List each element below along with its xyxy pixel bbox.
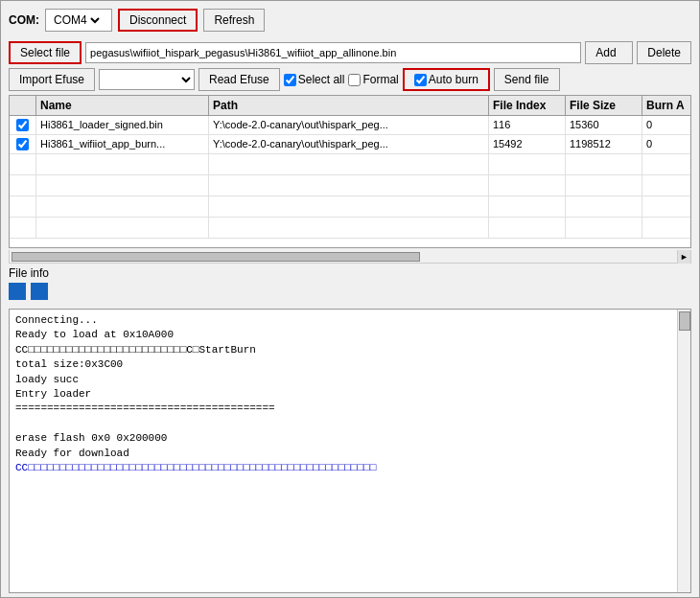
log-line: erase flash 0x0 0x200000 <box>15 431 685 446</box>
table-body: Hi3861_loader_signed.bin Y:\code-2.0-can… <box>10 116 690 247</box>
row2-check[interactable] <box>10 135 36 153</box>
disconnect-button[interactable]: Disconnect <box>118 9 198 32</box>
options-row: Import Efuse Read Efuse Select all Forma… <box>1 66 699 93</box>
empty-row <box>10 154 690 175</box>
file-table: Name Path File Index File Size Burn A Hi… <box>9 95 691 248</box>
row2-index: 15492 <box>489 135 566 153</box>
empty-row <box>10 196 690 218</box>
empty-row <box>10 218 690 239</box>
formal-label[interactable]: Formal <box>348 73 398 86</box>
row1-path: Y:\code-2.0-canary\out\hispark_peg... <box>209 116 489 134</box>
file-info-blocks <box>1 283 699 307</box>
blue-block-1 <box>9 283 26 300</box>
row2-name: Hi3861_wifiiot_app_burn... <box>36 135 209 153</box>
row2-burn: 0 <box>642 135 690 153</box>
log-scrollbar[interactable] <box>677 310 690 592</box>
col-header-check <box>10 96 36 115</box>
log-area: Connecting... Ready to load at 0x10A000 … <box>9 309 691 593</box>
file-info-row: File info <box>1 264 699 283</box>
col-header-burn: Burn A <box>642 96 690 115</box>
select-all-checkbox[interactable] <box>284 74 296 86</box>
file-path-input[interactable] <box>85 42 581 63</box>
refresh-button[interactable]: Refresh <box>203 9 265 32</box>
auto-burn-checkbox[interactable] <box>414 74 427 86</box>
col-header-path: Path <box>209 96 489 115</box>
scroll-thumb[interactable] <box>12 252 420 262</box>
empty-row <box>10 175 690 196</box>
row1-size: 15360 <box>566 116 642 134</box>
delete-button[interactable]: Delete <box>637 41 691 64</box>
auto-burn-button[interactable]: Auto burn <box>403 68 490 91</box>
row1-check[interactable] <box>10 116 36 134</box>
com-dropdown[interactable]: COM4 COM1 COM2 COM3 <box>50 12 103 28</box>
efuse-dropdown[interactable] <box>99 69 195 90</box>
row1-name: Hi3861_loader_signed.bin <box>36 116 209 134</box>
log-line: CC□□□□□□□□□□□□□□□□□□□□□□□□□□□□□□□□□□□□□□… <box>15 461 685 475</box>
col-header-size: File Size <box>566 96 642 115</box>
com-label: COM: <box>9 13 39 27</box>
file-info-label: File info <box>9 266 49 280</box>
main-window: COM: COM4 COM1 COM2 COM3 Disconnect Refr… <box>0 0 700 598</box>
col-header-index: File Index <box>489 96 566 115</box>
file-row: Select file Add Delete <box>1 39 699 66</box>
send-file-button[interactable]: Send file <box>494 68 560 91</box>
log-line: ========================================… <box>15 402 685 416</box>
log-line: Ready to load at 0x10A000 <box>15 328 685 342</box>
select-all-label[interactable]: Select all <box>284 73 345 86</box>
horizontal-scrollbar[interactable]: ► <box>9 250 691 264</box>
com-select[interactable]: COM4 COM1 COM2 COM3 <box>45 9 112 32</box>
table-row[interactable]: Hi3861_loader_signed.bin Y:\code-2.0-can… <box>10 116 690 135</box>
col-header-name: Name <box>36 96 209 115</box>
table-row[interactable]: Hi3861_wifiiot_app_burn... Y:\code-2.0-c… <box>10 135 690 154</box>
row2-size: 1198512 <box>566 135 642 153</box>
log-line: CC□□□□□□□□□□□□□□□□□□□□□□□□□C□StartBurn <box>15 343 685 357</box>
blue-block-2 <box>31 283 48 300</box>
toolbar-row: COM: COM4 COM1 COM2 COM3 Disconnect Refr… <box>1 1 699 39</box>
log-line: Connecting... <box>15 313 685 328</box>
formal-checkbox[interactable] <box>348 74 361 86</box>
add-button[interactable]: Add <box>585 41 633 64</box>
read-efuse-button[interactable]: Read Efuse <box>198 68 280 91</box>
row1-burn: 0 <box>642 116 690 134</box>
log-line: total size:0x3C00 <box>15 357 685 372</box>
log-line: Entry loader <box>15 387 685 402</box>
log-line <box>15 417 685 431</box>
log-line: Ready for download <box>15 447 685 461</box>
table-header: Name Path File Index File Size Burn A <box>10 96 690 116</box>
log-line: loady succ <box>15 373 685 387</box>
import-efuse-button[interactable]: Import Efuse <box>9 68 95 91</box>
row2-path: Y:\code-2.0-canary\out\hispark_peg... <box>209 135 489 153</box>
scroll-arrow-right-icon[interactable]: ► <box>677 250 690 264</box>
log-scrollbar-thumb[interactable] <box>679 311 690 331</box>
row1-index: 116 <box>489 116 566 134</box>
select-file-button[interactable]: Select file <box>9 41 82 64</box>
